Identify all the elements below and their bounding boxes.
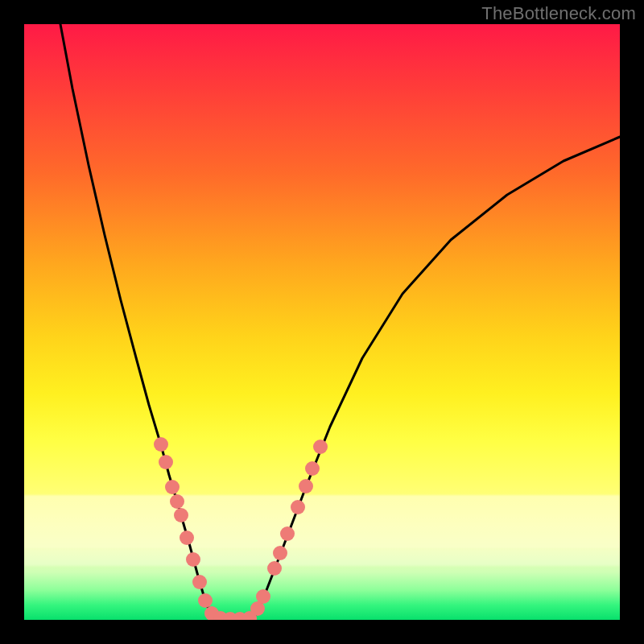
highlight-dot (267, 561, 282, 576)
highlight-dot (273, 546, 287, 560)
highlight-dot (174, 508, 188, 522)
highlight-dot (186, 552, 200, 567)
plot-area (24, 24, 620, 620)
highlight-dot (198, 593, 213, 608)
watermark-text: TheBottleneck.com (481, 3, 636, 24)
series-right-arm (253, 137, 620, 620)
highlight-dot (305, 461, 320, 476)
series-left-arm (60, 24, 214, 620)
highlight-dot (313, 440, 328, 454)
highlight-dot (192, 575, 207, 589)
series-group (60, 24, 620, 620)
highlight-dot (280, 526, 295, 541)
chart-stage: TheBottleneck.com (0, 0, 644, 644)
highlight-dot (170, 494, 184, 509)
highlight-dot (154, 437, 168, 452)
highlight-dot (159, 455, 173, 469)
highlight-dot (180, 530, 194, 545)
highlight-dot (299, 479, 313, 493)
highlight-dot (291, 500, 305, 514)
curve-svg (24, 24, 620, 620)
highlight-dot (256, 589, 270, 604)
dots-group (154, 437, 328, 620)
highlight-dot (165, 480, 180, 494)
